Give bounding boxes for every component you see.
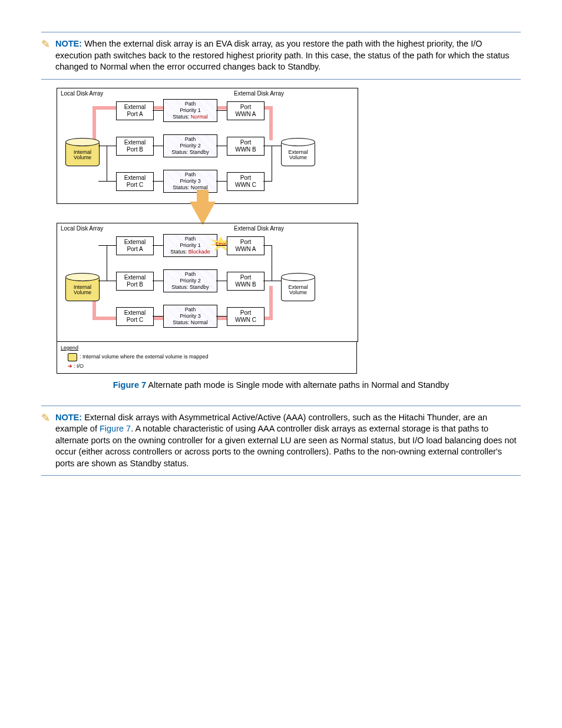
diagram-top: Local Disk Array External Disk Array Int… (57, 88, 358, 204)
path-priority-1: Path Priority 1 Status: Normal (163, 99, 217, 123)
path-priority-2: Path Priority 2 Status: Standby (163, 134, 217, 158)
status-val: Standby (190, 284, 209, 290)
note-block-1: ✎ NOTE: When the external disk array is … (41, 32, 521, 80)
path-3-status: Status: Normal (164, 185, 217, 191)
path-priority-1: Path Priority 1 Status: Blockade (163, 234, 217, 258)
active-path (269, 286, 273, 320)
status-lbl: Status: (170, 249, 187, 255)
status-val: Normal (191, 114, 208, 120)
legend-item-2: ➔: I/O (68, 363, 353, 370)
transition-arrow-icon (190, 202, 216, 225)
path-1-label: Path Priority 1 (164, 101, 217, 114)
status-lbl: Status: (173, 319, 189, 325)
path-2-status: Status: Standby (164, 284, 217, 291)
port-wwn-a: Port WWN A (227, 236, 265, 255)
port-wwn-a: Port WWN A (227, 101, 265, 120)
status-lbl: Status: (171, 284, 188, 290)
status-lbl: Status: (173, 114, 189, 120)
note-1-text: NOTE: When the external disk array is an… (55, 38, 521, 73)
port-wwn-b: Port WWN B (227, 137, 265, 156)
note-label: NOTE: (55, 413, 82, 422)
status-val: Standby (190, 149, 209, 155)
ext-port-a: External Port A (116, 101, 154, 120)
ext-port-b: External Port B (116, 137, 154, 156)
path-priority-3: Path Priority 3 Status: Normal (163, 170, 217, 193)
port-wwn-c: Port WWN C (227, 307, 265, 326)
port-wwn-c: Port WWN C (227, 172, 265, 191)
note-label: NOTE: (55, 39, 82, 48)
status-val: Normal (191, 319, 208, 325)
ext-port-a: External Port A (116, 236, 154, 255)
note-1-body: When the external disk array is an EVA d… (55, 39, 510, 71)
legend-item-1: : Internal volume where the external vol… (68, 353, 353, 361)
external-volume-label: External Volume (281, 150, 315, 161)
internal-volume-icon: Internal Volume (65, 138, 100, 166)
internal-volume-label: Internal Volume (65, 285, 100, 296)
ext-port-c: External Port C (116, 172, 154, 191)
ext-port-b: External Port B (116, 272, 154, 291)
status-val: Blockade (189, 249, 210, 255)
figure-7-diagram: Local Disk Array External Disk Array Int… (57, 88, 521, 374)
path-1-label: Path Priority 1 (164, 236, 217, 249)
active-path (269, 106, 273, 140)
status-lbl: Status: (171, 149, 188, 155)
path-priority-2: Path Priority 2 Status: Standby (163, 269, 217, 293)
path-3-status: Status: Normal (164, 319, 217, 326)
internal-volume-label: Internal Volume (65, 150, 100, 161)
path-2-label: Path Priority 2 (164, 136, 217, 150)
port-wwn-b: Port WWN B (227, 272, 265, 291)
figure-caption: Figure 7 Alternate path mode is Single m… (41, 380, 521, 391)
external-array-label: External Disk Array (234, 90, 284, 98)
external-array-label: External Disk Array (234, 225, 284, 233)
note-icon: ✎ (41, 412, 55, 470)
diagram-legend: Legend : Internal volume where the exter… (57, 342, 357, 374)
figure-7-xref[interactable]: Figure 7 (100, 424, 131, 433)
note-block-2: ✎ NOTE: External disk arrays with Asymme… (41, 406, 521, 476)
external-volume-icon: External Volume (281, 273, 315, 301)
ext-port-c: External Port C (116, 307, 154, 326)
path-2-status: Status: Standby (164, 149, 217, 156)
path-1-status: Status: Normal (164, 114, 217, 120)
path-1-status: Status: Blockade (164, 249, 217, 255)
local-array-label: Local Disk Array (61, 90, 103, 98)
note-icon: ✎ (41, 38, 55, 73)
note-2-text: NOTE: External disk arrays with Asymmetr… (55, 412, 521, 470)
legend-item-2-text: : I/O (74, 363, 84, 369)
figure-caption-text: Alternate path mode is Single mode with … (148, 380, 449, 390)
internal-volume-icon: Internal Volume (65, 273, 100, 301)
cylinder-icon (68, 353, 77, 361)
path-priority-3: Path Priority 3 Status: Normal (163, 305, 217, 328)
path-3-label: Path Priority 3 (164, 307, 217, 320)
diagram-bottom: Local Disk Array External Disk Array Int… (57, 223, 358, 342)
path-2-label: Path Priority 2 (164, 271, 217, 285)
status-lbl: Status: (173, 185, 189, 190)
arrow-icon: ➔ (68, 363, 72, 369)
external-volume-icon: External Volume (281, 138, 315, 166)
local-array-label: Local Disk Array (61, 225, 103, 233)
legend-title: Legend (61, 344, 353, 351)
figure-label: Figure 7 (113, 380, 146, 390)
path-3-label: Path Priority 3 (164, 172, 217, 185)
legend-item-1-text: : Internal volume where the external vol… (80, 354, 209, 360)
external-volume-label: External Volume (281, 285, 315, 296)
